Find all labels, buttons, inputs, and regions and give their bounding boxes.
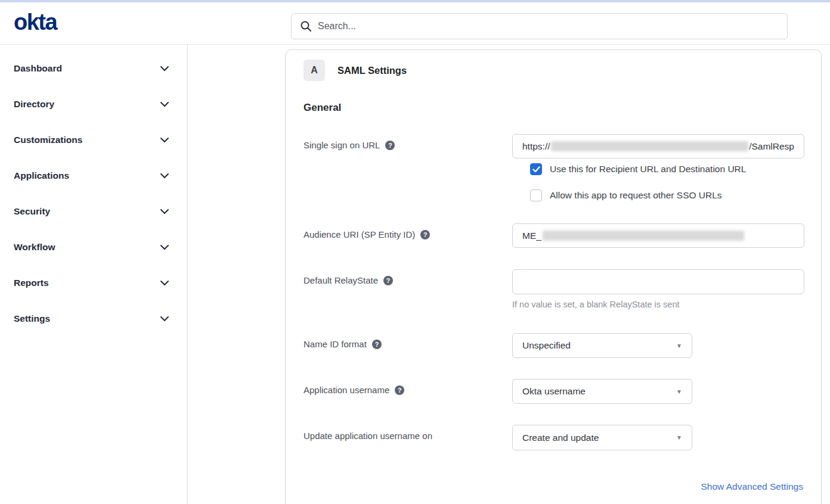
- chevron-down-icon: [160, 280, 169, 286]
- help-icon[interactable]: ?: [395, 385, 404, 395]
- chevron-down-icon: [160, 209, 169, 214]
- global-search[interactable]: [291, 13, 788, 39]
- sidebar-item-directory[interactable]: Directory: [0, 86, 187, 122]
- other-sso-checkbox[interactable]: [530, 189, 542, 201]
- app-username-label: Application username: [303, 385, 389, 395]
- dropdown-caret-icon: ▼: [676, 434, 682, 441]
- sidebar-item-customizations[interactable]: Customizations: [0, 122, 187, 158]
- relay-state-input[interactable]: [512, 269, 804, 294]
- sso-url-row: Single sign on URL ? https:// /SamlResp: [303, 134, 803, 158]
- audience-uri-input[interactable]: ME_: [512, 223, 804, 248]
- check-icon: [532, 166, 540, 173]
- global-header: okta: [0, 2, 830, 45]
- help-icon[interactable]: ?: [372, 340, 382, 349]
- saml-settings-card: A SAML Settings General Single sign on U…: [285, 49, 822, 504]
- audience-uri-prefix: ME_: [522, 231, 541, 241]
- help-icon[interactable]: ?: [383, 276, 393, 285]
- sso-url-prefix: https://: [522, 141, 550, 152]
- recipient-url-check-label: Use this for Recipient URL and Destinati…: [550, 164, 746, 175]
- sidebar-item-dashboard[interactable]: Dashboard: [0, 51, 187, 86]
- sidebar-item-security[interactable]: Security: [0, 194, 187, 229]
- search-icon: [300, 20, 312, 32]
- main-content: A SAML Settings General Single sign on U…: [188, 45, 830, 504]
- audience-uri-row: Audience URI (SP Entity ID) ? ME_: [303, 223, 803, 248]
- card-title: SAML Settings: [337, 65, 407, 76]
- sso-url-suffix: /SamlResp: [749, 141, 794, 152]
- dropdown-caret-icon: ▼: [676, 388, 682, 395]
- relay-state-label: Default RelayState: [303, 275, 378, 285]
- sidebar-item-applications[interactable]: Applications: [0, 158, 187, 194]
- chevron-down-icon: [160, 316, 169, 322]
- sidebar-item-workflow[interactable]: Workflow: [0, 229, 187, 265]
- name-id-format-select[interactable]: Unspecified ▼: [512, 333, 692, 358]
- name-id-format-label: Name ID format: [303, 339, 367, 349]
- recipient-url-check-row: Use this for Recipient URL and Destinati…: [530, 163, 803, 175]
- chevron-down-icon: [160, 244, 169, 250]
- update-username-label: Update application username on: [303, 431, 432, 441]
- redacted-value: [543, 231, 744, 241]
- sidebar-nav: Dashboard Directory Customizations Appli…: [0, 45, 188, 504]
- sidebar-item-reports[interactable]: Reports: [0, 265, 187, 301]
- redacted-value: [551, 141, 749, 151]
- relay-state-row: Default RelayState ? If no value is set,…: [303, 269, 803, 309]
- show-advanced-settings-link[interactable]: Show Advanced Settings: [701, 481, 803, 491]
- app-username-row: Application username ? Okta username ▼: [303, 379, 803, 404]
- help-icon[interactable]: ?: [420, 230, 430, 239]
- section-badge: A: [303, 60, 325, 81]
- search-input[interactable]: [318, 21, 779, 32]
- name-id-format-value: Unspecified: [522, 340, 571, 351]
- other-sso-check-label: Allow this app to request other SSO URLs: [550, 190, 722, 201]
- help-icon[interactable]: ?: [385, 141, 395, 150]
- other-sso-check-row: Allow this app to request other SSO URLs: [530, 189, 803, 201]
- advanced-settings-row: Show Advanced Settings: [303, 481, 803, 492]
- dropdown-caret-icon: ▼: [676, 343, 682, 349]
- general-section-heading: General: [303, 102, 803, 114]
- update-username-select[interactable]: Create and update ▼: [512, 425, 692, 450]
- sso-url-label: Single sign on URL: [303, 140, 380, 150]
- update-username-row: Update application username on Create an…: [303, 425, 803, 450]
- sso-url-input[interactable]: https:// /SamlResp: [512, 134, 804, 158]
- chevron-down-icon: [160, 101, 169, 107]
- chevron-down-icon: [160, 137, 169, 143]
- relay-state-helper: If no value is set, a blank RelayState i…: [512, 300, 804, 309]
- update-username-value: Create and update: [522, 433, 599, 443]
- audience-uri-label: Audience URI (SP Entity ID): [303, 229, 415, 239]
- app-username-select[interactable]: Okta username ▼: [512, 379, 692, 404]
- recipient-url-checkbox[interactable]: [530, 163, 542, 175]
- sidebar-item-settings[interactable]: Settings: [0, 301, 187, 337]
- chevron-down-icon: [160, 173, 169, 179]
- chevron-down-icon: [160, 66, 169, 71]
- name-id-format-row: Name ID format ? Unspecified ▼: [303, 333, 803, 358]
- app-username-value: Okta username: [522, 386, 586, 397]
- okta-logo[interactable]: okta: [14, 10, 57, 35]
